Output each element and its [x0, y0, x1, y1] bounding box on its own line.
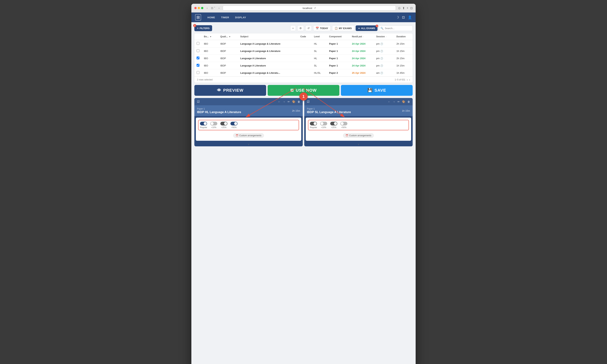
card1-duration: 2h 15m	[292, 109, 300, 112]
row-checkbox[interactable]	[197, 42, 199, 45]
card2-toggle-25-switch[interactable]	[330, 122, 337, 125]
close-button[interactable]	[194, 7, 197, 9]
nav-timer[interactable]: TIMER	[219, 15, 232, 20]
next-page-button[interactable]: ›	[409, 78, 410, 81]
today-button[interactable]: 📅 TODAY	[313, 25, 331, 31]
row-board: IBO	[202, 62, 218, 69]
toggle-50-switch[interactable]	[230, 122, 237, 125]
usenow-icon: ⊞	[290, 88, 294, 93]
card2-toggle-regular-switch[interactable]	[310, 122, 317, 125]
card1-expand-button[interactable]: ∨	[194, 142, 303, 146]
sidebar-icon[interactable]: ⊡	[410, 6, 413, 10]
card1-checkbox[interactable]: ☑	[197, 100, 200, 104]
myexams-button[interactable]: 📋 MY EXAMS	[332, 25, 354, 31]
card2-toggle-50: +50%	[340, 122, 347, 129]
exam-card-1: ☑ ← → ✏ 🎨 🗑 Paper 1	[194, 98, 303, 146]
row-code	[298, 40, 312, 47]
card2-forward-icon[interactable]: →	[393, 100, 395, 103]
card2-custom-arrangements-button[interactable]: ⏰ Custom arrangements	[343, 133, 374, 138]
next-sort-icon[interactable]: ↑	[363, 36, 364, 38]
settings-button[interactable]: ⚙	[297, 25, 304, 31]
toggle-10-switch[interactable]	[210, 122, 217, 125]
row-checkbox-cell	[194, 69, 202, 77]
allexams-button[interactable]: 1 ∞ ALL EXAMS	[356, 25, 377, 31]
custom-icon: ⏰	[236, 134, 238, 137]
search-input[interactable]	[379, 26, 413, 31]
preview-icon: 👁	[217, 88, 221, 93]
card2-palette-icon[interactable]: 🎨	[402, 100, 405, 103]
row-subject: Language A Literature	[238, 55, 298, 62]
prev-page-button[interactable]: ‹	[407, 78, 408, 81]
card2-toggle-50-switch[interactable]	[340, 122, 347, 125]
card1-palette-icon[interactable]: 🎨	[292, 100, 295, 103]
new-tab-icon[interactable]: +	[407, 6, 408, 10]
quali-filter-icon[interactable]: ▼	[229, 36, 231, 38]
card2-edit-icon[interactable]: ✏	[398, 100, 400, 103]
toggle-10-label: +10%	[211, 126, 216, 129]
toggle-regular-switch[interactable]	[200, 122, 207, 125]
row-board: IBO	[202, 55, 218, 62]
row-board: IBO	[202, 47, 218, 55]
add-button[interactable]: +	[290, 25, 296, 31]
card2-toggle-50-label: +50%	[341, 126, 346, 129]
board-filter-icon[interactable]: ▼	[210, 36, 212, 38]
gear-icon: ⚙	[299, 27, 302, 30]
back-button[interactable]: ‹	[206, 6, 209, 10]
card2-toggle-10-switch[interactable]	[320, 122, 327, 125]
filters-button[interactable]: 2 ≡ FILTERS	[194, 25, 212, 31]
share-icon[interactable]: ⬆	[402, 6, 405, 10]
window-toggle-button[interactable]: ⊡ ˅	[210, 6, 216, 10]
card2-toggle-regular: Regular	[310, 122, 317, 129]
download-icon[interactable]: ⊙	[398, 6, 400, 10]
table-row: IBO IBDP Language A Literature HL Paper …	[194, 55, 413, 62]
toggle-25-label: +25%	[221, 126, 226, 129]
minimize-button[interactable]	[198, 7, 200, 9]
monitor-icon[interactable]: ⊡	[402, 15, 405, 19]
card2-expand-button[interactable]: ∨	[304, 142, 413, 146]
row-checkbox[interactable]	[197, 57, 199, 59]
card1-back-icon[interactable]: ←	[278, 100, 280, 103]
row-checkbox-cell	[194, 62, 202, 69]
reload-icon[interactable]: ↺	[314, 7, 316, 10]
today-label: TODAY	[320, 27, 328, 30]
nav-display[interactable]: DISPLAY	[233, 15, 249, 20]
nav-home[interactable]: HOME	[205, 15, 218, 20]
row-component: Paper 1	[327, 55, 350, 62]
row-code	[298, 62, 312, 69]
row-level: SL	[312, 47, 327, 55]
allexams-label: ALL EXAMS	[361, 27, 375, 30]
row-subject: Language A Literature	[238, 62, 298, 69]
maximize-button[interactable]	[201, 7, 203, 9]
card2-back-icon[interactable]: ←	[388, 100, 390, 103]
save-button[interactable]: 💾 SAVE	[341, 85, 413, 96]
row-duration: 1h 15m	[394, 62, 413, 69]
row-level: SL	[312, 62, 327, 69]
session-sort-icon[interactable]: ↑	[386, 36, 387, 38]
card2-delete-icon[interactable]: 🗑	[407, 100, 410, 103]
forward-button[interactable]: ›	[218, 6, 221, 10]
row-date: 24 Apr 2024	[350, 40, 374, 47]
address-bar[interactable]: localhost ↺	[223, 6, 396, 11]
row-checkbox[interactable]	[197, 49, 199, 52]
row-checkbox-cell	[194, 40, 202, 47]
preview-button[interactable]: 👁 PREVIEW	[194, 85, 266, 96]
toggle-25-switch[interactable]	[220, 122, 227, 125]
traffic-lights	[194, 7, 203, 9]
row-component: Paper 1	[327, 47, 350, 55]
card1-forward-icon[interactable]: →	[283, 100, 285, 103]
row-level: HL	[312, 40, 327, 47]
row-quali: IBDP	[218, 47, 238, 55]
card1-toggle-25: +25%	[220, 122, 227, 129]
exam-cards: ☑ ← → ✏ 🎨 🗑 Paper 1	[194, 98, 413, 146]
refresh-button[interactable]: ↺	[305, 25, 312, 31]
user-icon[interactable]: 👤	[408, 15, 412, 19]
dark-mode-icon[interactable]: ☽	[396, 15, 399, 19]
col-session: Session ↑	[374, 33, 394, 40]
row-checkbox[interactable]	[197, 71, 199, 74]
row-checkbox[interactable]	[197, 64, 199, 67]
browser-window: ‹ ⊡ ˅ › localhost ↺ ⊙ ⬆ + ⊡ ⊞ HOME TIMER…	[191, 4, 416, 364]
card1-custom-arrangements-button[interactable]: ⏰ Custom arrangements	[233, 133, 264, 138]
clock-icon: 🕐	[380, 65, 383, 67]
card1-edit-icon[interactable]: ✏	[288, 100, 290, 103]
card2-custom-icon: ⏰	[345, 134, 348, 137]
